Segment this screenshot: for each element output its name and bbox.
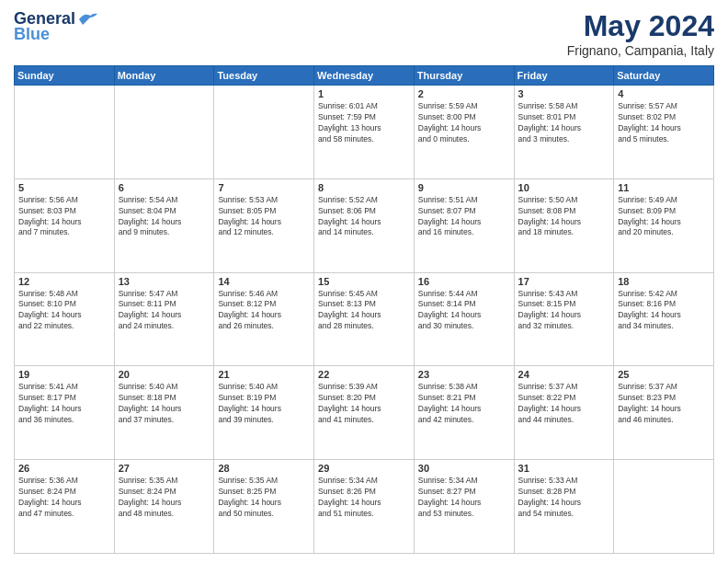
- day-number: 6: [119, 182, 210, 193]
- main-title: May 2024: [567, 9, 714, 43]
- day-number: 13: [119, 276, 210, 287]
- calendar-cell: 6Sunrise: 5:54 AMSunset: 8:04 PMDaylight…: [114, 178, 214, 272]
- title-area: May 2024 Frignano, Campania, Italy: [567, 9, 714, 58]
- day-info: Sunrise: 5:49 AMSunset: 8:09 PMDaylight:…: [618, 195, 710, 239]
- calendar-cell: 16Sunrise: 5:44 AMSunset: 8:14 PMDayligh…: [414, 272, 514, 366]
- calendar-cell: 29Sunrise: 5:34 AMSunset: 8:26 PMDayligh…: [314, 460, 415, 554]
- day-number: 27: [119, 463, 210, 474]
- day-info: Sunrise: 5:50 AMSunset: 8:08 PMDaylight:…: [518, 195, 610, 239]
- col-header-wednesday: Wednesday: [314, 66, 415, 86]
- day-info: Sunrise: 5:48 AMSunset: 8:10 PMDaylight:…: [18, 289, 110, 333]
- calendar-cell: [15, 86, 115, 179]
- day-number: 3: [518, 88, 610, 99]
- calendar-cell: 23Sunrise: 5:38 AMSunset: 8:21 PMDayligh…: [414, 366, 514, 460]
- day-number: 31: [518, 463, 610, 474]
- col-header-monday: Monday: [114, 66, 214, 86]
- calendar-cell: 9Sunrise: 5:51 AMSunset: 8:07 PMDaylight…: [414, 178, 514, 272]
- day-info: Sunrise: 5:37 AMSunset: 8:22 PMDaylight:…: [518, 382, 610, 426]
- header: General Blue May 2024 Frignano, Campania…: [14, 9, 714, 58]
- calendar-body: 1Sunrise: 6:01 AMSunset: 7:59 PMDaylight…: [15, 86, 714, 554]
- day-number: 30: [418, 463, 510, 474]
- calendar-cell: [214, 86, 314, 179]
- day-number: 18: [618, 276, 710, 287]
- day-info: Sunrise: 5:35 AMSunset: 8:24 PMDaylight:…: [119, 476, 210, 520]
- calendar-cell: 27Sunrise: 5:35 AMSunset: 8:24 PMDayligh…: [114, 460, 214, 554]
- day-info: Sunrise: 5:59 AMSunset: 8:00 PMDaylight:…: [418, 101, 510, 145]
- day-number: 14: [218, 276, 310, 287]
- calendar-cell: 17Sunrise: 5:43 AMSunset: 8:15 PMDayligh…: [514, 272, 614, 366]
- day-info: Sunrise: 5:43 AMSunset: 8:15 PMDaylight:…: [518, 289, 610, 333]
- day-info: Sunrise: 5:34 AMSunset: 8:27 PMDaylight:…: [418, 476, 510, 520]
- day-info: Sunrise: 5:46 AMSunset: 8:12 PMDaylight:…: [218, 289, 310, 333]
- day-number: 2: [418, 88, 510, 99]
- calendar-cell: 26Sunrise: 5:36 AMSunset: 8:24 PMDayligh…: [15, 460, 115, 554]
- calendar-cell: 3Sunrise: 5:58 AMSunset: 8:01 PMDaylight…: [514, 86, 614, 179]
- day-number: 22: [318, 369, 410, 380]
- calendar-week-row: 12Sunrise: 5:48 AMSunset: 8:10 PMDayligh…: [15, 272, 714, 366]
- logo-blue: Blue: [14, 25, 50, 44]
- calendar-cell: 19Sunrise: 5:41 AMSunset: 8:17 PMDayligh…: [15, 366, 115, 460]
- day-info: Sunrise: 5:41 AMSunset: 8:17 PMDaylight:…: [18, 382, 110, 426]
- calendar-week-row: 19Sunrise: 5:41 AMSunset: 8:17 PMDayligh…: [15, 366, 714, 460]
- calendar-cell: 20Sunrise: 5:40 AMSunset: 8:18 PMDayligh…: [114, 366, 214, 460]
- col-header-saturday: Saturday: [614, 66, 714, 86]
- day-number: 24: [518, 369, 610, 380]
- day-number: 15: [318, 276, 410, 287]
- col-header-sunday: Sunday: [15, 66, 115, 86]
- day-info: Sunrise: 5:47 AMSunset: 8:11 PMDaylight:…: [119, 289, 210, 333]
- day-number: 12: [18, 276, 110, 287]
- day-info: Sunrise: 5:56 AMSunset: 8:03 PMDaylight:…: [18, 195, 110, 239]
- day-number: 5: [18, 182, 110, 193]
- calendar-header-row: Sunday Monday Tuesday Wednesday Thursday…: [15, 66, 714, 86]
- day-number: 16: [418, 276, 510, 287]
- day-info: Sunrise: 5:45 AMSunset: 8:13 PMDaylight:…: [318, 289, 410, 333]
- calendar-cell: [614, 460, 714, 554]
- calendar-week-row: 5Sunrise: 5:56 AMSunset: 8:03 PMDaylight…: [15, 178, 714, 272]
- day-info: Sunrise: 5:37 AMSunset: 8:23 PMDaylight:…: [618, 382, 710, 426]
- day-number: 20: [119, 369, 210, 380]
- day-number: 26: [18, 463, 110, 474]
- subtitle: Frignano, Campania, Italy: [567, 43, 714, 58]
- calendar-week-row: 1Sunrise: 6:01 AMSunset: 7:59 PMDaylight…: [15, 86, 714, 179]
- calendar-week-row: 26Sunrise: 5:36 AMSunset: 8:24 PMDayligh…: [15, 460, 714, 554]
- col-header-friday: Friday: [514, 66, 614, 86]
- logo-bird-icon: [77, 12, 97, 27]
- calendar-cell: 24Sunrise: 5:37 AMSunset: 8:22 PMDayligh…: [514, 366, 614, 460]
- day-number: 11: [618, 182, 710, 193]
- day-info: Sunrise: 5:58 AMSunset: 8:01 PMDaylight:…: [518, 101, 610, 145]
- calendar-cell: 28Sunrise: 5:35 AMSunset: 8:25 PMDayligh…: [214, 460, 314, 554]
- calendar-cell: 7Sunrise: 5:53 AMSunset: 8:05 PMDaylight…: [214, 178, 314, 272]
- day-number: 23: [418, 369, 510, 380]
- calendar-cell: 4Sunrise: 5:57 AMSunset: 8:02 PMDaylight…: [614, 86, 714, 179]
- calendar-cell: 12Sunrise: 5:48 AMSunset: 8:10 PMDayligh…: [15, 272, 115, 366]
- calendar-cell: 2Sunrise: 5:59 AMSunset: 8:00 PMDaylight…: [414, 86, 514, 179]
- calendar-cell: 13Sunrise: 5:47 AMSunset: 8:11 PMDayligh…: [114, 272, 214, 366]
- calendar-cell: 11Sunrise: 5:49 AMSunset: 8:09 PMDayligh…: [614, 178, 714, 272]
- calendar-cell: 31Sunrise: 5:33 AMSunset: 8:28 PMDayligh…: [514, 460, 614, 554]
- calendar-cell: 8Sunrise: 5:52 AMSunset: 8:06 PMDaylight…: [314, 178, 415, 272]
- day-number: 17: [518, 276, 610, 287]
- calendar-cell: 22Sunrise: 5:39 AMSunset: 8:20 PMDayligh…: [314, 366, 415, 460]
- day-info: Sunrise: 5:35 AMSunset: 8:25 PMDaylight:…: [218, 476, 310, 520]
- day-number: 7: [218, 182, 310, 193]
- day-number: 4: [618, 88, 710, 99]
- day-info: Sunrise: 5:54 AMSunset: 8:04 PMDaylight:…: [119, 195, 210, 239]
- day-info: Sunrise: 5:42 AMSunset: 8:16 PMDaylight:…: [618, 289, 710, 333]
- day-number: 8: [318, 182, 410, 193]
- day-info: Sunrise: 5:33 AMSunset: 8:28 PMDaylight:…: [518, 476, 610, 520]
- calendar-cell: 21Sunrise: 5:40 AMSunset: 8:19 PMDayligh…: [214, 366, 314, 460]
- day-info: Sunrise: 5:40 AMSunset: 8:19 PMDaylight:…: [218, 382, 310, 426]
- calendar-cell: 25Sunrise: 5:37 AMSunset: 8:23 PMDayligh…: [614, 366, 714, 460]
- page: General Blue May 2024 Frignano, Campania…: [0, 0, 728, 563]
- day-number: 28: [218, 463, 310, 474]
- calendar-cell: 5Sunrise: 5:56 AMSunset: 8:03 PMDaylight…: [15, 178, 115, 272]
- day-info: Sunrise: 5:36 AMSunset: 8:24 PMDaylight:…: [18, 476, 110, 520]
- day-number: 19: [18, 369, 110, 380]
- col-header-thursday: Thursday: [414, 66, 514, 86]
- calendar-cell: [114, 86, 214, 179]
- day-info: Sunrise: 5:34 AMSunset: 8:26 PMDaylight:…: [318, 476, 410, 520]
- day-info: Sunrise: 5:38 AMSunset: 8:21 PMDaylight:…: [418, 382, 510, 426]
- day-info: Sunrise: 5:44 AMSunset: 8:14 PMDaylight:…: [418, 289, 510, 333]
- calendar-cell: 18Sunrise: 5:42 AMSunset: 8:16 PMDayligh…: [614, 272, 714, 366]
- day-info: Sunrise: 5:52 AMSunset: 8:06 PMDaylight:…: [318, 195, 410, 239]
